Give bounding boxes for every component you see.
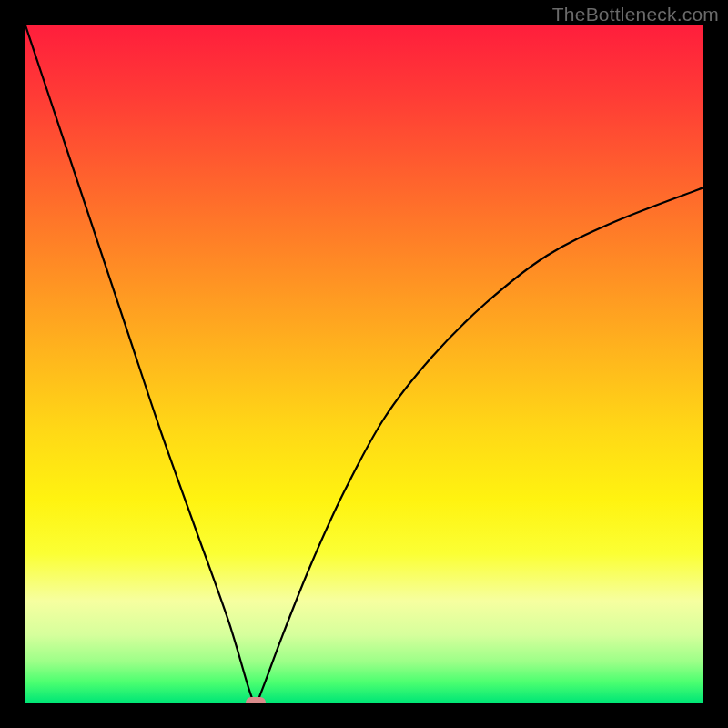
bottleneck-curve xyxy=(25,25,703,703)
optimum-marker xyxy=(246,697,266,703)
watermark-text: TheBottleneck.com xyxy=(552,4,719,25)
chart-frame: TheBottleneck.com xyxy=(0,0,728,728)
plot-area xyxy=(25,25,703,703)
